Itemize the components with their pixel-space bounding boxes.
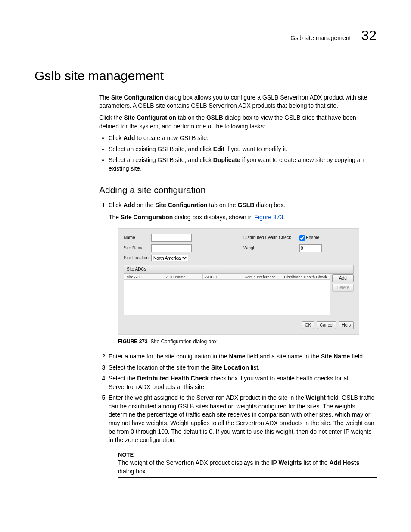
site-adcs-panel-title: Site ADCs [124,265,354,274]
column-header: Distributed Health Check [281,274,330,280]
subsection-heading: Adding a site configuration [99,184,377,196]
weight-input[interactable] [299,244,322,252]
list-item: Select the Distributed Health Check chec… [109,374,377,391]
list-item: Click Add to create a new GSLB site. [109,134,377,143]
body-content: The Site Configuration dialog box allows… [99,93,377,478]
weight-label: Weight [243,245,299,251]
intro-paragraph-1: The Site Configuration dialog box allows… [99,93,377,110]
chapter-number: 32 [361,26,377,45]
ok-button[interactable]: OK [302,321,314,329]
figure-caption: FIGURE 373 Site Configuration dialog box [118,338,377,345]
site-name-label: Site Name [124,245,151,251]
procedure-list: Click Add on the Site Configuration tab … [99,201,377,478]
cancel-button[interactable]: Cancel [317,321,336,329]
note-text: The weight of the ServerIron ADX product… [118,459,377,476]
help-button[interactable]: Help [339,321,354,329]
list-item: Select an existing GSLB site, and click … [109,145,377,154]
column-header: Admin Preference [242,274,281,280]
site-configuration-dialog-figure: Name Distributed Health Check Enable Sit… [118,228,359,335]
page-title: Gslb site management [34,67,377,85]
delete-adc-button[interactable]: Delete [332,284,354,292]
note-title: NOTE [118,451,377,459]
name-label: Name [124,235,151,241]
dhc-label: Distributed Health Check [243,235,299,241]
site-name-input[interactable] [151,244,192,252]
figure-reference-link[interactable]: Figure 373 [254,214,283,221]
intro-paragraph-2: Click the Site Configuration tab on the … [99,114,377,131]
name-input[interactable] [151,234,192,242]
list-item: Select the location of the site from the… [109,364,377,372]
list-item: Enter a name for the site configuration … [109,352,377,361]
list-item: Select an existing GSLB site, and click … [109,156,377,173]
enable-checkbox[interactable] [299,235,305,241]
add-adc-button[interactable]: Add [332,274,354,282]
site-location-select[interactable]: North America [151,255,188,261]
site-adcs-table: Site ADC ADC Name ADC IP Admin Preferenc… [124,274,330,315]
site-location-label: Site Location [124,255,151,261]
page-header: Gslb site management 32 [34,26,377,45]
column-header: Site ADC [124,274,163,280]
column-header: ADC Name [163,274,202,280]
note-block: NOTE The weight of the ServerIron ADX pr… [118,449,377,478]
column-header: ADC IP [203,274,242,280]
header-section-text: Gslb site management [290,34,351,43]
list-item: Enter the weight assigned to the ServerI… [109,394,377,478]
task-bullet-list: Click Add to create a new GSLB site. Sel… [99,134,377,173]
list-item: Click Add on the Site Configuration tab … [109,201,377,345]
enable-label: Enable [306,235,319,241]
step-subtext: The Site Configuration dialog box displa… [109,213,377,222]
